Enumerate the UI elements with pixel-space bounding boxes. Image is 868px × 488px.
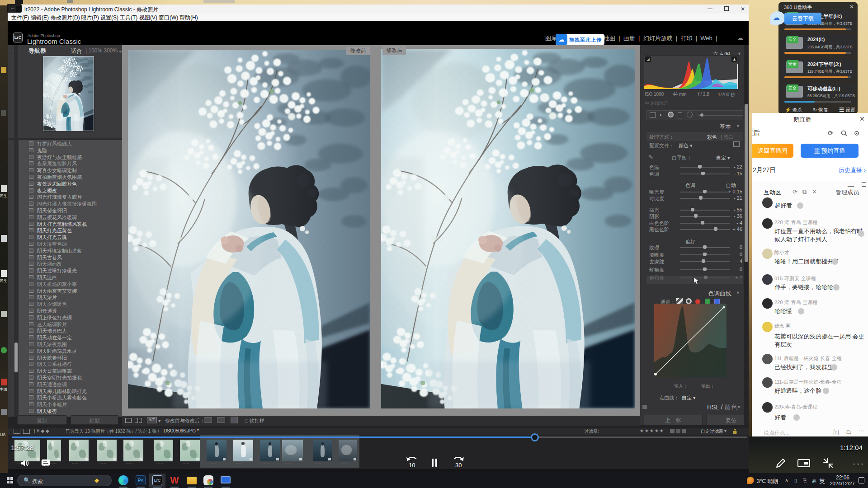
svg-text:30: 30 bbox=[455, 462, 462, 469]
svg-text:10: 10 bbox=[409, 462, 415, 469]
